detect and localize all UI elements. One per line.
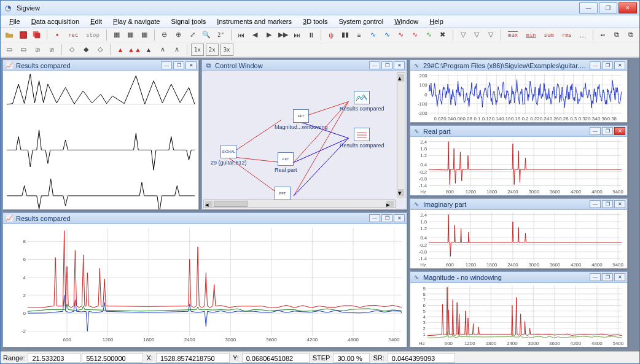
panel-close-button[interactable]: ✕	[614, 273, 625, 281]
panel-close-button[interactable]: ✕	[394, 61, 405, 69]
menu-system[interactable]: System control	[334, 17, 388, 26]
tool-stat-rms[interactable]: rms	[559, 29, 575, 41]
panel-close-button[interactable]: ✕	[614, 61, 625, 69]
panel-titlebar[interactable]: ⧉ Control Window — ❐ ✕	[202, 60, 407, 71]
panel-min-button[interactable]: —	[161, 61, 172, 69]
tool2-f-icon[interactable]: ◆	[80, 44, 92, 56]
tool-rec-label[interactable]: rec	[65, 29, 81, 41]
tool-zoomfit-icon[interactable]: 🔍	[200, 29, 213, 41]
panel-results-bottom[interactable]: 📈 Results compared — ❐ ✕ -20246860012001…	[2, 212, 407, 347]
panel-min-button[interactable]: —	[369, 214, 380, 222]
tool2-peak1-icon[interactable]: ▲	[114, 44, 127, 56]
panel-close-button[interactable]: ✕	[614, 200, 625, 208]
tool-last-icon[interactable]: ⏭	[291, 29, 303, 41]
tool-lines-icon[interactable]: ≡	[353, 29, 365, 41]
tool2-peak3-icon[interactable]: ▲	[142, 44, 155, 56]
tool-play-icon[interactable]: ▶	[263, 29, 275, 41]
titlebar[interactable]: ◔ Sigview — ❐ ✕	[1, 1, 639, 15]
tool-stat-sum[interactable]: sum	[541, 29, 557, 41]
panel-min-button[interactable]: —	[369, 61, 380, 69]
menu-data[interactable]: Data acquisition	[26, 17, 84, 26]
tool2-rate2[interactable]: 2x	[206, 44, 219, 56]
node-fft-3[interactable]: FFT	[275, 187, 291, 201]
tool-spectrum-icon[interactable]: ψ	[325, 29, 337, 41]
tool-settings-icon[interactable]: ✖	[437, 29, 449, 41]
tool-wave4-icon[interactable]: ∿	[409, 29, 421, 41]
panel-wave[interactable]: ∿ 29#C:\Program Files (x86)\Sigview\Exam…	[410, 60, 628, 123]
tool2-g-icon[interactable]: ◇	[94, 44, 106, 56]
tool2-e-icon[interactable]: ◇	[66, 44, 78, 56]
tool-zoomin-icon[interactable]: ⊕	[173, 29, 185, 41]
node-fft-1[interactable]: FFT Magnitud...windowing	[275, 109, 328, 130]
panel-titlebar[interactable]: 📈 Results compared — ❐ ✕	[3, 60, 198, 71]
close-button[interactable]: ✕	[619, 2, 637, 14]
scrollbar-horizontal[interactable]: ◂ ▸	[203, 199, 396, 208]
tool-stop-label[interactable]: stop	[83, 29, 103, 41]
panel-titlebar[interactable]: 📈 Results compared — ❐ ✕	[3, 213, 407, 224]
tool2-a-icon[interactable]: ▭	[3, 44, 15, 56]
panel-max-button[interactable]: ❐	[602, 273, 613, 281]
chart-area[interactable]	[3, 71, 198, 209]
node-signal[interactable]: SIGNAL 29 (guitar;512)	[211, 145, 247, 166]
panel-min-button[interactable]: —	[590, 61, 601, 69]
panel-close-button[interactable]: ✕	[394, 214, 405, 222]
tool-grid-icon[interactable]: ▦	[111, 29, 123, 41]
tool-zoomout-icon[interactable]: ⊖	[158, 29, 171, 41]
panel-real[interactable]: ∿ Real part — ❐ ✕ -1.4-0.8-0.20.41.21.82…	[410, 125, 628, 196]
panel-max-button[interactable]: ❐	[173, 61, 184, 69]
tool2-peak2-icon[interactable]: ▲▲	[128, 44, 141, 56]
minimize-button[interactable]: —	[579, 2, 598, 14]
tool2-b-icon[interactable]: ▭	[17, 44, 29, 56]
maximize-button[interactable]: ❐	[599, 2, 617, 14]
menu-signal[interactable]: Signal tools	[166, 17, 211, 26]
tool-grid3-icon[interactable]: ▦	[138, 29, 150, 41]
panel-close-button[interactable]: ✕	[614, 127, 625, 135]
panel-imag[interactable]: ∿ Imaginary part — ❐ ✕ -1.4-0.8-0.20.41.…	[410, 198, 628, 269]
chart-area[interactable]: -202468600120018002400300036004200480054…	[3, 224, 407, 347]
tool-open-icon[interactable]	[3, 29, 15, 41]
tool-next-icon[interactable]: ▶▶	[277, 29, 289, 41]
tool-zoom-value[interactable]: 2"	[214, 29, 227, 41]
tool-mark2-icon[interactable]: ▽	[471, 29, 483, 41]
node-results-1[interactable]: Results compared	[340, 91, 384, 112]
tool-save-icon[interactable]	[17, 29, 29, 41]
tool-stat-more-icon[interactable]: …	[577, 29, 589, 41]
tool-pause-icon[interactable]: ⏸	[305, 29, 317, 41]
tool-layout1-icon[interactable]: ▪▫	[597, 29, 609, 41]
panel-min-button[interactable]: —	[590, 127, 601, 135]
tool2-d-icon[interactable]: ⎚	[45, 44, 58, 56]
panel-max-button[interactable]: ❐	[602, 127, 613, 135]
tool-grid2-icon[interactable]: ▦	[125, 29, 137, 41]
menu-file[interactable]: File	[4, 17, 25, 26]
node-results-2[interactable]: Results compared	[340, 128, 384, 149]
tool2-peak5-icon[interactable]: ∧	[171, 44, 183, 56]
tool-layout2-icon[interactable]: ⧉	[611, 29, 623, 41]
tool-wave3-icon[interactable]: ∿	[395, 29, 407, 41]
panel-mag[interactable]: ∿ Magnitude - no windowing — ❐ ✕ 1234567…	[410, 271, 628, 347]
tool-rec-icon[interactable]: ●	[51, 29, 63, 41]
scrollbar-vertical[interactable]: ▴ ▾	[397, 72, 405, 198]
tool2-rate1[interactable]: 1x	[191, 44, 204, 56]
panel-min-button[interactable]: —	[590, 200, 601, 208]
tool-bars-icon[interactable]: ▮▮	[339, 29, 351, 41]
panel-max-button[interactable]: ❐	[381, 214, 392, 222]
node-fft-2[interactable]: FFT Real part	[275, 152, 297, 173]
tool-zoomxy-icon[interactable]: ⤢	[187, 29, 199, 41]
panel-max-button[interactable]: ❐	[602, 61, 613, 69]
menu-3d[interactable]: 3D tools	[298, 17, 332, 26]
tool-prev-icon[interactable]: ◀	[249, 29, 262, 41]
tool-layout3-icon[interactable]: ⧉	[625, 29, 637, 41]
panel-close-button[interactable]: ✕	[185, 61, 197, 69]
tool-wave1-icon[interactable]: ∿	[367, 29, 379, 41]
menu-edit[interactable]: Edit	[85, 17, 107, 26]
panel-max-button[interactable]: ❐	[381, 61, 392, 69]
panel-control-window[interactable]: ⧉ Control Window — ❐ ✕	[201, 60, 407, 210]
tool-stat-min[interactable]: min	[523, 29, 539, 41]
tool2-peak4-icon[interactable]: ∧	[157, 44, 169, 56]
tool-wave2-icon[interactable]: ∿	[381, 29, 393, 41]
flow-canvas[interactable]: ▴ ▾ ◂ ▸ SIGNAL 29 (guitar;512) FFT Magni…	[202, 71, 407, 209]
menu-help[interactable]: Help	[424, 17, 448, 26]
tool-mark1-icon[interactable]: ▽	[457, 29, 469, 41]
tool2-c-icon[interactable]: ⎚	[31, 44, 44, 56]
tool2-rate3[interactable]: 3x	[220, 44, 233, 56]
